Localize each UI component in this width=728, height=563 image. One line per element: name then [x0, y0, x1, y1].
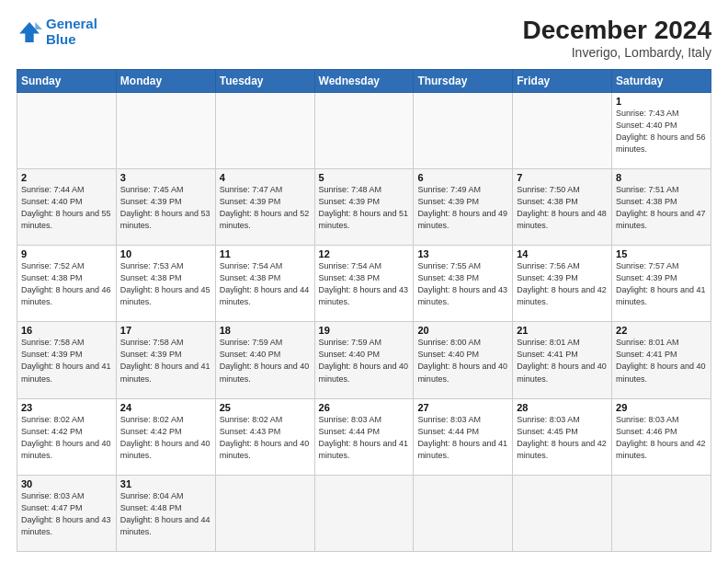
- page-subtitle: Inverigo, Lombardy, Italy: [523, 45, 711, 60]
- day-info: Sunrise: 7:54 AMSunset: 4:38 PMDaylight:…: [220, 260, 311, 308]
- col-monday: Monday: [116, 69, 215, 92]
- table-cell-empty: [414, 475, 513, 551]
- logo-text: General Blue: [46, 17, 97, 47]
- day-number: 6: [417, 172, 508, 183]
- list-item: 9 Sunrise: 7:52 AMSunset: 4:38 PMDayligh…: [17, 246, 117, 322]
- day-number: 18: [220, 325, 311, 336]
- day-info: Sunrise: 8:01 AMSunset: 4:41 PMDaylight:…: [616, 337, 707, 385]
- list-item: 5 Sunrise: 7:48 AMSunset: 4:39 PMDayligh…: [314, 168, 414, 245]
- col-saturday: Saturday: [612, 69, 711, 92]
- list-item: 16 Sunrise: 7:58 AMSunset: 4:39 PMDaylig…: [17, 322, 117, 398]
- day-number: 24: [120, 402, 211, 413]
- list-item: 7 Sunrise: 7:50 AMSunset: 4:38 PMDayligh…: [513, 168, 612, 245]
- list-item: 2 Sunrise: 7:44 AMSunset: 4:40 PMDayligh…: [17, 168, 117, 245]
- col-thursday: Thursday: [414, 69, 513, 92]
- table-cell-empty: [513, 475, 612, 551]
- header: General Blue December 2024 Inverigo, Lom…: [17, 17, 711, 60]
- day-info: Sunrise: 8:02 AMSunset: 4:42 PMDaylight:…: [120, 414, 211, 462]
- list-item: 20 Sunrise: 8:00 AMSunset: 4:40 PMDaylig…: [414, 322, 513, 398]
- list-item: 28 Sunrise: 8:03 AMSunset: 4:45 PMDaylig…: [513, 398, 612, 475]
- day-number: 30: [21, 478, 112, 489]
- table-cell-empty: [513, 92, 612, 168]
- table-cell-empty: [414, 92, 513, 168]
- table-cell-empty: [314, 92, 414, 168]
- list-item: 3 Sunrise: 7:45 AMSunset: 4:39 PMDayligh…: [116, 168, 215, 245]
- svg-marker-1: [35, 22, 42, 29]
- day-info: Sunrise: 7:52 AMSunset: 4:38 PMDaylight:…: [21, 260, 112, 308]
- day-info: Sunrise: 7:53 AMSunset: 4:38 PMDaylight:…: [120, 260, 211, 308]
- logo-blue: Blue: [46, 31, 76, 47]
- list-item: 15 Sunrise: 7:57 AMSunset: 4:39 PMDaylig…: [612, 246, 711, 322]
- list-item: 31 Sunrise: 8:04 AMSunset: 4:48 PMDaylig…: [116, 475, 215, 551]
- day-info: Sunrise: 8:03 AMSunset: 4:46 PMDaylight:…: [616, 414, 707, 462]
- logo-general: General: [46, 16, 97, 31]
- day-number: 12: [319, 248, 410, 259]
- day-number: 22: [616, 325, 707, 336]
- day-info: Sunrise: 8:03 AMSunset: 4:45 PMDaylight:…: [517, 414, 608, 462]
- col-tuesday: Tuesday: [215, 69, 314, 92]
- day-info: Sunrise: 7:55 AMSunset: 4:38 PMDaylight:…: [417, 260, 508, 308]
- day-info: Sunrise: 7:56 AMSunset: 4:39 PMDaylight:…: [517, 260, 608, 308]
- day-number: 11: [220, 248, 311, 259]
- day-info: Sunrise: 7:59 AMSunset: 4:40 PMDaylight:…: [319, 337, 410, 385]
- day-info: Sunrise: 8:04 AMSunset: 4:48 PMDaylight:…: [120, 490, 211, 538]
- table-row: 30 Sunrise: 8:03 AMSunset: 4:47 PMDaylig…: [17, 475, 711, 551]
- list-item: 27 Sunrise: 8:03 AMSunset: 4:44 PMDaylig…: [414, 398, 513, 475]
- col-friday: Friday: [513, 69, 612, 92]
- list-item: 30 Sunrise: 8:03 AMSunset: 4:47 PMDaylig…: [17, 475, 117, 551]
- list-item: 26 Sunrise: 8:03 AMSunset: 4:44 PMDaylig…: [314, 398, 414, 475]
- day-number: 28: [517, 402, 608, 413]
- day-number: 7: [517, 172, 608, 183]
- day-number: 25: [220, 402, 311, 413]
- day-number: 23: [21, 402, 112, 413]
- day-number: 3: [120, 172, 211, 183]
- day-number: 16: [21, 325, 112, 336]
- list-item: 25 Sunrise: 8:02 AMSunset: 4:43 PMDaylig…: [215, 398, 314, 475]
- list-item: 10 Sunrise: 7:53 AMSunset: 4:38 PMDaylig…: [116, 246, 215, 322]
- day-info: Sunrise: 7:51 AMSunset: 4:38 PMDaylight:…: [616, 184, 707, 232]
- table-row: 2 Sunrise: 7:44 AMSunset: 4:40 PMDayligh…: [17, 168, 711, 245]
- day-number: 2: [21, 172, 112, 183]
- day-number: 31: [120, 478, 211, 489]
- calendar-table: Sunday Monday Tuesday Wednesday Thursday…: [17, 69, 711, 552]
- day-number: 19: [319, 325, 410, 336]
- day-info: Sunrise: 7:54 AMSunset: 4:38 PMDaylight:…: [319, 260, 410, 308]
- col-sunday: Sunday: [17, 69, 117, 92]
- day-number: 9: [21, 248, 112, 259]
- list-item: 21 Sunrise: 8:01 AMSunset: 4:41 PMDaylig…: [513, 322, 612, 398]
- page: General Blue December 2024 Inverigo, Lom…: [0, 0, 728, 563]
- table-row: 16 Sunrise: 7:58 AMSunset: 4:39 PMDaylig…: [17, 322, 711, 398]
- logo-icon: [17, 19, 42, 45]
- day-info: Sunrise: 7:45 AMSunset: 4:39 PMDaylight:…: [120, 184, 211, 232]
- day-number: 21: [517, 325, 608, 336]
- day-info: Sunrise: 7:43 AMSunset: 4:40 PMDaylight:…: [616, 108, 707, 155]
- list-item: 23 Sunrise: 8:02 AMSunset: 4:42 PMDaylig…: [17, 398, 117, 475]
- title-block: December 2024 Inverigo, Lombardy, Italy: [523, 17, 711, 60]
- day-number: 13: [417, 248, 508, 259]
- table-cell-empty: [17, 92, 117, 168]
- table-cell-empty: [116, 92, 215, 168]
- list-item: 17 Sunrise: 7:58 AMSunset: 4:39 PMDaylig…: [116, 322, 215, 398]
- day-number: 17: [120, 325, 211, 336]
- day-number: 27: [417, 402, 508, 413]
- page-title: December 2024: [523, 17, 711, 45]
- day-info: Sunrise: 8:03 AMSunset: 4:47 PMDaylight:…: [21, 490, 112, 538]
- list-item: 29 Sunrise: 8:03 AMSunset: 4:46 PMDaylig…: [612, 398, 711, 475]
- day-info: Sunrise: 8:03 AMSunset: 4:44 PMDaylight:…: [319, 414, 410, 462]
- day-number: 1: [616, 96, 707, 107]
- list-item: 19 Sunrise: 7:59 AMSunset: 4:40 PMDaylig…: [314, 322, 414, 398]
- list-item: 14 Sunrise: 7:56 AMSunset: 4:39 PMDaylig…: [513, 246, 612, 322]
- day-info: Sunrise: 7:58 AMSunset: 4:39 PMDaylight:…: [120, 337, 211, 385]
- day-info: Sunrise: 8:01 AMSunset: 4:41 PMDaylight:…: [517, 337, 608, 385]
- list-item: 18 Sunrise: 7:59 AMSunset: 4:40 PMDaylig…: [215, 322, 314, 398]
- day-info: Sunrise: 7:47 AMSunset: 4:39 PMDaylight:…: [220, 184, 311, 232]
- day-number: 15: [616, 248, 707, 259]
- logo: General Blue: [17, 17, 97, 47]
- list-item: 13 Sunrise: 7:55 AMSunset: 4:38 PMDaylig…: [414, 246, 513, 322]
- day-info: Sunrise: 7:50 AMSunset: 4:38 PMDaylight:…: [517, 184, 608, 232]
- day-number: 4: [220, 172, 311, 183]
- list-item: 11 Sunrise: 7:54 AMSunset: 4:38 PMDaylig…: [215, 246, 314, 322]
- day-number: 5: [319, 172, 410, 183]
- day-number: 29: [616, 402, 707, 413]
- list-item: 8 Sunrise: 7:51 AMSunset: 4:38 PMDayligh…: [612, 168, 711, 245]
